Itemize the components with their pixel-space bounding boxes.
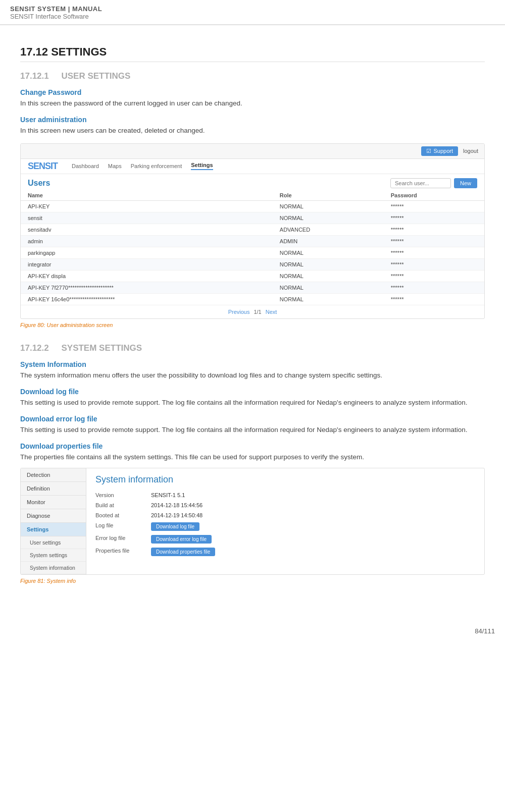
section-number-2: 17.12.2 (20, 343, 49, 353)
cell-role: ADMIN (273, 235, 384, 247)
system-info-heading: System Information (20, 360, 485, 368)
doc-subtitle: SENSIT Interface Software (10, 13, 495, 20)
nav-settings[interactable]: Settings (191, 162, 213, 170)
errorlog-label: Error log file (95, 535, 151, 541)
sidebar-system-settings[interactable]: System settings (21, 549, 86, 562)
download-log-button[interactable]: Download log file (151, 522, 199, 531)
ss2-props-row: Properties file Download properties file (95, 548, 475, 556)
cell-name: API-KEY (21, 200, 273, 212)
table-row: integratorNORMAL****** (21, 258, 484, 270)
cell-name: API-KEY 7f2770********************* (21, 282, 273, 293)
ss2-page-title: System information (95, 474, 475, 485)
download-error-log-body: This setting is used to provide remote s… (20, 425, 485, 435)
build-value: 2014-12-18 15:44:56 (151, 502, 203, 508)
download-props-button[interactable]: Download properties file (151, 548, 215, 556)
cell-role: NORMAL (273, 282, 384, 293)
users-title: Users (28, 179, 50, 188)
table-row: sensitadvADVANCED****** (21, 224, 484, 235)
table-row: API-KEY displaNORMAL****** (21, 270, 484, 282)
fig80-caption: Figure 80: User administration screen (20, 322, 485, 328)
cell-password: ****** (384, 200, 484, 212)
cell-role: NORMAL (273, 212, 384, 224)
section-17-12-title: 17.12 SETTINGS (20, 45, 485, 62)
change-password-body: In this screen the password of the curre… (20, 98, 485, 109)
ss2-build-row: Build at 2014-12-18 15:44:56 (95, 502, 475, 508)
sidebar-settings[interactable]: Settings (21, 523, 86, 536)
prev-link[interactable]: Previous (228, 309, 250, 315)
sensit-logo: SENSIT (28, 161, 58, 172)
support-label: Support (433, 148, 453, 154)
download-error-log-button[interactable]: Download error log file (151, 535, 212, 544)
sidebar-system-information[interactable]: System information (21, 562, 86, 574)
user-admin-body: In this screen new users can be created,… (20, 126, 485, 136)
cell-password: ****** (384, 224, 484, 235)
ss2-logfile-row: Log file Download log file (95, 522, 475, 531)
logout-label[interactable]: logout (463, 148, 478, 154)
table-row: adminADMIN****** (21, 235, 484, 247)
system-info-screenshot: Detection Definition Monitor Diagnose Se… (20, 468, 485, 575)
screenshot-nav: SENSIT Dashboard Maps Parking enforcemen… (21, 159, 484, 174)
next-link[interactable]: Next (266, 309, 277, 315)
cell-role: NORMAL (273, 200, 384, 212)
ss2-version-row: Version SENSIT-1 5.1 (95, 492, 475, 498)
cell-password: ****** (384, 212, 484, 224)
version-label: Version (95, 492, 151, 498)
support-button[interactable]: ☑ Support (421, 146, 458, 156)
cell-password: ****** (384, 282, 484, 293)
cell-role: NORMAL (273, 293, 384, 305)
cell-name: sensit (21, 212, 273, 224)
download-log-body: This setting is used to provide remote s… (20, 398, 485, 408)
cell-role: ADVANCED (273, 224, 384, 235)
nav-maps[interactable]: Maps (108, 163, 122, 169)
cell-password: ****** (384, 270, 484, 282)
users-screenshot: ☑ Support logout SENSIT Dashboard Maps P… (20, 143, 485, 319)
download-props-heading: Download properties file (20, 442, 485, 450)
cell-role: NORMAL (273, 270, 384, 282)
new-user-button[interactable]: New (454, 178, 477, 188)
table-row: API-KEY 7f2770*********************NORMA… (21, 282, 484, 293)
cell-name: parkingapp (21, 247, 273, 258)
cell-password: ****** (384, 293, 484, 305)
cell-password: ****** (384, 258, 484, 270)
users-table: Name Role Password API-KEYNORMAL******se… (21, 190, 484, 305)
page-info: 1/1 (254, 309, 261, 315)
cell-name: API-KEY 16c4e0********************* (21, 293, 273, 305)
sidebar-detection[interactable]: Detection (21, 468, 86, 482)
props-label: Properties file (95, 548, 151, 554)
ss2-main: System information Version SENSIT-1 5.1 … (86, 468, 484, 574)
nav-parking[interactable]: Parking enforcement (131, 163, 182, 169)
section-title-2-text: SYSTEM SETTINGS (61, 343, 142, 353)
cell-name: sensitadv (21, 224, 273, 235)
section-title-text: USER SETTINGS (61, 71, 130, 81)
main-content: 17.12 SETTINGS 17.12.1 USER SETTINGS Cha… (0, 25, 505, 612)
user-admin-heading: User administration (20, 116, 485, 124)
download-log-heading: Download log file (20, 388, 485, 396)
search-user-input[interactable] (390, 178, 451, 188)
section-17-12-2-title: 17.12.2 SYSTEM SETTINGS (20, 343, 485, 353)
logfile-label: Log file (95, 522, 151, 528)
cell-password: ****** (384, 235, 484, 247)
table-row: sensitNORMAL****** (21, 212, 484, 224)
sidebar-definition[interactable]: Definition (21, 482, 86, 496)
cell-password: ****** (384, 247, 484, 258)
cell-name: admin (21, 235, 273, 247)
sidebar-diagnose[interactable]: Diagnose (21, 509, 86, 523)
change-password-heading: Change Password (20, 88, 485, 96)
booted-value: 2014-12-19 14:50:48 (151, 512, 203, 518)
sidebar-monitor[interactable]: Monitor (21, 496, 86, 509)
section-number: 17.12.1 (20, 71, 49, 81)
nav-dashboard[interactable]: Dashboard (72, 163, 99, 169)
build-label: Build at (95, 502, 151, 508)
col-name: Name (21, 190, 273, 201)
cell-name: integrator (21, 258, 273, 270)
booted-label: Booted at (95, 512, 151, 518)
section-17-12-1-title: 17.12.1 USER SETTINGS (20, 71, 485, 81)
sidebar-user-settings[interactable]: User settings (21, 536, 86, 549)
table-row: parkingappNORMAL****** (21, 247, 484, 258)
pagination: Previous 1/1 Next (21, 305, 484, 318)
col-password: Password (384, 190, 484, 201)
ss2-errorlog-row: Error log file Download error log file (95, 535, 475, 544)
download-error-log-heading: Download error log file (20, 415, 485, 423)
ss2-booted-row: Booted at 2014-12-19 14:50:48 (95, 512, 475, 518)
system-info-body: The system information menu offers the u… (20, 370, 485, 381)
